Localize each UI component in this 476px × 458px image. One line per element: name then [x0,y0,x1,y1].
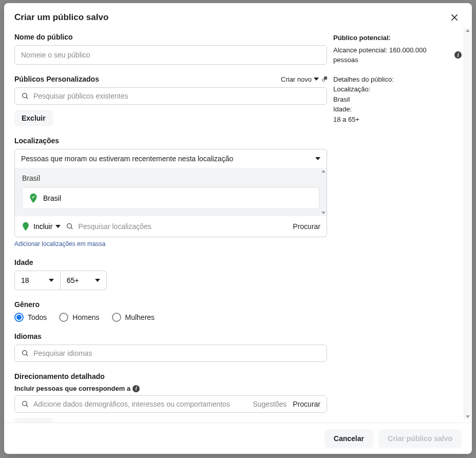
audience-name-section: Nome do público [14,33,327,65]
chevron-down-icon [49,279,54,282]
close-button[interactable] [447,10,462,25]
audience-name-input[interactable] [14,45,327,65]
age-max-value: 65+ [67,276,79,284]
age-min-select[interactable]: 18 [14,271,61,290]
languages-label: Idiomas [14,332,327,340]
custom-audiences-search[interactable] [14,87,327,105]
close-icon [450,13,459,22]
info-icon[interactable]: i [132,385,140,392]
age-label: Idade [14,258,327,266]
detailed-include-hint: Incluir pessoas que correspondem a i [14,385,327,392]
search-icon [21,400,29,408]
languages-section: Idiomas [14,332,327,362]
exclude-detailed-button[interactable]: Excluir [14,418,53,423]
suggestions-link[interactable]: Sugestões [253,400,287,408]
svg-line-5 [71,227,72,229]
chevron-down-icon [315,157,320,160]
languages-search-input[interactable] [33,349,320,357]
cancel-button[interactable]: Cancelar [325,429,373,448]
search-icon [21,92,29,100]
modal-footer: Cancelar Criar público salvo [4,423,472,454]
browse-detailed-link[interactable]: Procurar [293,400,320,408]
custom-audiences-search-input[interactable] [33,92,320,100]
locations-section: Localizações Pessoas que moram ou estive… [14,137,327,248]
modal-body: Nome do público Públicos Personalizados … [4,25,472,423]
age-min-value: 18 [21,276,29,284]
location-pin-icon [21,221,30,232]
scrollbar[interactable] [464,28,471,419]
modal-title: Criar um público salvo [14,12,108,23]
include-toggle-label: Incluir [33,222,52,231]
location-search[interactable] [66,222,288,231]
scroll-down-icon [321,212,326,214]
svg-line-9 [26,405,28,407]
chevron-down-icon [314,78,319,81]
browse-locations-link[interactable]: Procurar [293,222,320,231]
gender-label: Gênero [14,300,327,309]
svg-point-6 [23,351,27,355]
include-toggle[interactable]: Incluir [21,221,61,232]
radio-icon [14,313,24,322]
location-search-input[interactable] [78,222,288,231]
radio-icon [59,313,68,322]
age-max-select[interactable]: 65+ [61,271,107,290]
detailed-search-actions: Sugestões Procurar [253,400,320,408]
location-scope-selected: Pessoas que moram ou estiveram recenteme… [21,155,233,163]
create-saved-audience-modal: Criar um público salvo Nome do público P… [4,3,472,454]
modal-header: Criar um público salvo [4,3,472,25]
bulk-locations-link[interactable]: Adicionar localizações em massa [14,240,105,247]
custom-audiences-label: Públicos Personalizados [14,75,99,83]
chevron-down-icon [55,225,61,228]
gender-section: Gênero Todos Homens Mulheres [14,300,327,322]
sidebar-age-label: Idade: [333,104,462,115]
audience-details-label: Detalhes do público: [333,74,462,85]
locations-box: Brasil Brasil Inc [14,168,327,237]
gender-radio-group: Todos Homens Mulheres [14,313,327,322]
location-pin-icon [29,193,38,203]
languages-search[interactable] [14,345,327,362]
gender-option-women[interactable]: Mulheres [112,313,155,322]
radio-icon [112,313,121,322]
decorator-icon [322,77,327,82]
location-group-header: Brasil [22,174,319,182]
sidebar-age-value: 18 a 65+ [333,115,462,125]
exclude-custom-audience-button[interactable]: Excluir [14,110,53,126]
sidebar-location-value: Brasil [333,94,462,105]
locations-selected-area: Brasil Brasil [15,168,327,216]
age-row: 18 65+ [14,271,327,290]
gender-women-label: Mulheres [125,313,155,321]
search-icon [21,349,29,357]
potential-reach-value: Alcance potencial: 160.000.000 pessoas [333,45,452,65]
location-scope-select[interactable]: Pessoas que moram ou estiveram recenteme… [14,149,327,168]
info-icon[interactable]: i [454,51,462,59]
audience-name-label: Nome do público [14,33,327,41]
create-new-label: Criar novo [281,75,312,83]
search-icon [66,222,74,231]
main-column: Nome do público Públicos Personalizados … [14,25,327,423]
detailed-search[interactable]: Sugestões Procurar [14,395,327,413]
detailed-search-input[interactable] [33,400,249,408]
gender-option-all[interactable]: Todos [14,313,47,322]
audience-summary-sidebar: Público potencial: Alcance potencial: 16… [333,25,472,423]
age-section: Idade 18 65+ [14,258,327,290]
chevron-down-icon [95,279,100,282]
create-new-dropdown[interactable]: Criar novo [281,75,327,83]
detailed-targeting-label: Direcionamento detalhado [14,372,327,380]
custom-audiences-header: Públicos Personalizados Criar novo [14,75,327,83]
svg-point-8 [23,402,27,406]
gender-all-label: Todos [28,313,47,321]
location-include-row: Incluir Procurar [15,216,327,237]
create-audience-button[interactable]: Criar público salvo [378,429,462,448]
gender-men-label: Homens [72,313,99,321]
gender-option-men[interactable]: Homens [59,313,99,322]
potential-audience-label: Público potencial: [333,34,391,42]
location-chip-label: Brasil [43,194,61,202]
location-chip[interactable]: Brasil [22,187,319,209]
svg-point-4 [67,224,72,228]
svg-line-7 [26,354,28,356]
svg-line-3 [26,97,28,99]
locations-label: Localizações [14,137,327,145]
scroll-up-icon [321,170,326,173]
svg-point-2 [23,93,27,98]
detailed-targeting-section: Direcionamento detalhado Incluir pessoas… [14,372,327,423]
